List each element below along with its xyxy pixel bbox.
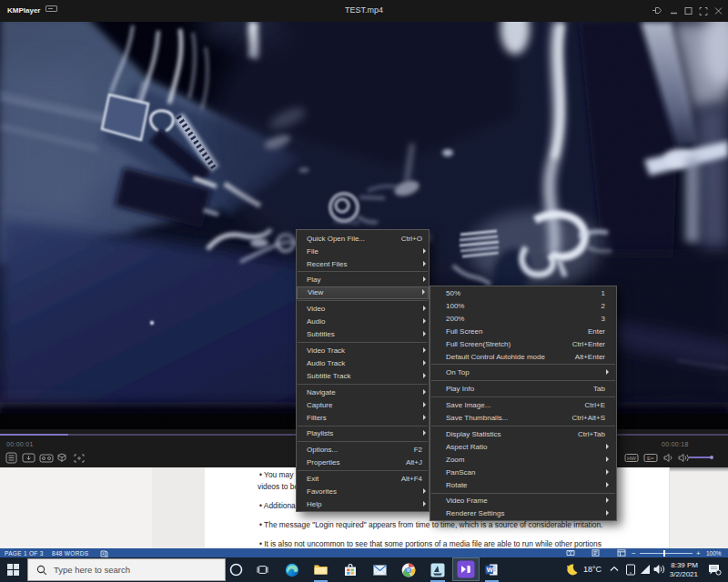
- svg-text:E=: E=: [647, 456, 654, 461]
- svg-text:W: W: [487, 566, 494, 574]
- svg-text:HW: HW: [627, 456, 636, 461]
